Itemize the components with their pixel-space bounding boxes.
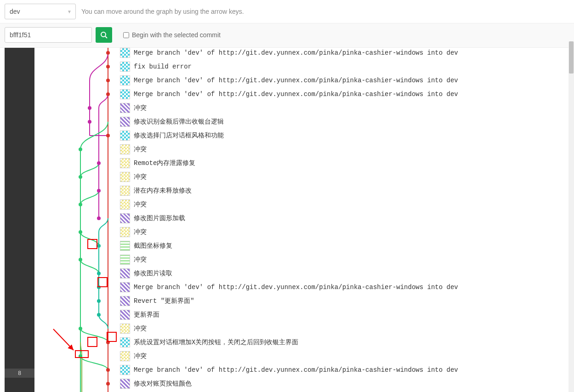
commit-avatar: [120, 199, 130, 210]
commit-row[interactable]: 冲突: [120, 225, 568, 239]
commit-avatar: [120, 282, 130, 292]
search-button[interactable]: [96, 27, 112, 43]
svg-point-16: [97, 244, 101, 248]
commit-avatar: [120, 186, 130, 196]
commit-row[interactable]: Merge branch 'dev' of http://git.dev.yun…: [120, 48, 568, 60]
svg-point-0: [101, 32, 106, 37]
commit-row[interactable]: Remote内存泄露修复: [120, 156, 568, 170]
commit-message: 更新界面: [134, 311, 159, 319]
svg-point-14: [97, 216, 101, 220]
commit-avatar: [120, 158, 130, 168]
commit-avatar: [120, 172, 130, 182]
svg-point-19: [97, 285, 101, 289]
commit-message: 潜在内存未释放修改: [134, 187, 192, 195]
commit-message: 冲突: [134, 200, 147, 209]
graph-hint-text: You can move around the graph by using t…: [81, 8, 244, 15]
commit-row[interactable]: 修改识别金额后弹出收银台逻辑: [120, 115, 568, 129]
commit-row[interactable]: 修改选择门店对话框风格和功能: [120, 129, 568, 142]
commit-message: Merge branch 'dev' of http://git.dev.yun…: [134, 77, 458, 84]
commit-avatar: [120, 144, 130, 154]
svg-point-23: [106, 341, 110, 344]
commit-message: 修改选择门店对话框风格和功能: [134, 131, 224, 140]
commit-avatar: [120, 255, 130, 265]
svg-point-3: [106, 65, 110, 68]
commit-avatar: [120, 268, 130, 278]
svg-point-26: [106, 382, 110, 386]
chevron-down-icon: ▼: [67, 9, 72, 14]
commit-row[interactable]: 冲突: [120, 253, 568, 267]
branch-select[interactable]: dev ▼: [5, 4, 76, 19]
commit-message: 系统设置对话框增加X关闭按钮，关闭之后回到收银主界面: [134, 338, 298, 347]
svg-point-15: [79, 230, 82, 234]
main-area: 8 Merge branch 'dev' of http://git.dev.y…: [0, 48, 574, 392]
commit-row[interactable]: 潜在内存未释放修改: [120, 184, 568, 198]
commit-avatar: [120, 75, 130, 85]
commit-message: Revert "更新界面": [134, 297, 194, 305]
svg-point-7: [88, 120, 91, 124]
commit-avatar: [120, 227, 130, 237]
left-sidebar: 8: [5, 48, 34, 392]
search-input[interactable]: [5, 27, 92, 43]
vertical-scrollbar[interactable]: [568, 41, 574, 392]
svg-point-2: [106, 51, 110, 55]
commit-row[interactable]: 更新界面: [120, 308, 568, 322]
commit-avatar: [120, 379, 130, 389]
top-bar: dev ▼ You can move around the graph by u…: [0, 0, 574, 23]
commit-row[interactable]: fix build error: [120, 60, 568, 74]
graph-lines: [34, 48, 126, 392]
commit-row[interactable]: 修改图片圆形加载: [120, 211, 568, 225]
commit-row[interactable]: Revert "更新界面": [120, 294, 568, 308]
commit-row[interactable]: Merge branch 'dev' of http://git.dev.yun…: [120, 363, 568, 377]
commit-row[interactable]: 冲突: [120, 349, 568, 363]
commit-message: Merge branch 'dev' of http://git.dev.yun…: [134, 366, 458, 374]
commit-avatar: [120, 337, 130, 347]
svg-point-9: [79, 148, 82, 151]
commit-message: 冲突: [134, 104, 147, 112]
commit-avatar: [120, 117, 130, 127]
svg-point-18: [97, 272, 101, 275]
svg-point-6: [88, 106, 91, 110]
svg-point-17: [79, 258, 82, 261]
commit-avatar: [120, 62, 130, 72]
commit-row[interactable]: 冲突: [120, 142, 568, 156]
commit-avatar: [120, 296, 130, 306]
commit-row[interactable]: 系统设置对话框增加X关闭按钮，关闭之后回到收银主界面: [120, 335, 568, 349]
commit-row[interactable]: 冲突: [120, 198, 568, 211]
commit-message: 冲突: [134, 173, 147, 181]
svg-point-20: [97, 299, 101, 303]
commit-message: 修改图片读取: [134, 269, 172, 278]
commit-row[interactable]: 截图坐标修复: [120, 239, 568, 253]
svg-point-10: [97, 161, 101, 165]
commit-avatar: [120, 103, 130, 113]
commit-row[interactable]: 冲突: [120, 170, 568, 184]
commit-row[interactable]: 冲突: [120, 101, 568, 115]
commit-avatar: [120, 131, 130, 141]
commit-row[interactable]: 冲突: [120, 322, 568, 335]
begin-with-commit-label[interactable]: Begin with the selected commit: [123, 31, 221, 39]
commit-message: 冲突: [134, 145, 147, 153]
commit-graph[interactable]: Merge branch 'dev' of http://git.dev.yun…: [34, 48, 568, 392]
commit-row[interactable]: Merge branch 'dev' of http://git.dev.yun…: [120, 280, 568, 294]
commit-row[interactable]: 修改图片读取: [120, 267, 568, 280]
commit-avatar: [120, 241, 130, 251]
commit-message: Remote内存泄露修复: [134, 159, 195, 167]
commit-row[interactable]: Merge branch 'dev' of http://git.dev.yun…: [120, 74, 568, 87]
commit-message: Merge branch 'dev' of http://git.dev.yun…: [134, 284, 458, 291]
search-row: Begin with the selected commit: [0, 23, 574, 48]
commit-message: 修改识别金额后弹出收银台逻辑: [134, 118, 224, 126]
commit-row[interactable]: 修改对账页按钮颜色: [120, 377, 568, 391]
commit-row[interactable]: Merge branch 'dev' of http://git.dev.yun…: [120, 87, 568, 101]
commit-message: 冲突: [134, 256, 147, 264]
svg-point-4: [106, 79, 110, 82]
scrollbar-thumb[interactable]: [569, 41, 574, 74]
commit-avatar: [120, 310, 130, 320]
begin-with-commit-checkbox[interactable]: [123, 32, 129, 38]
svg-line-1: [105, 36, 107, 38]
commit-avatar: [120, 89, 130, 99]
commit-avatar: [120, 213, 130, 223]
sidebar-count-badge: 8: [5, 369, 34, 378]
commit-avatar: [120, 351, 130, 361]
commit-message: 冲突: [134, 352, 147, 360]
commit-message: 修改对账页按钮颜色: [134, 380, 192, 388]
commit-avatar: [120, 48, 130, 58]
